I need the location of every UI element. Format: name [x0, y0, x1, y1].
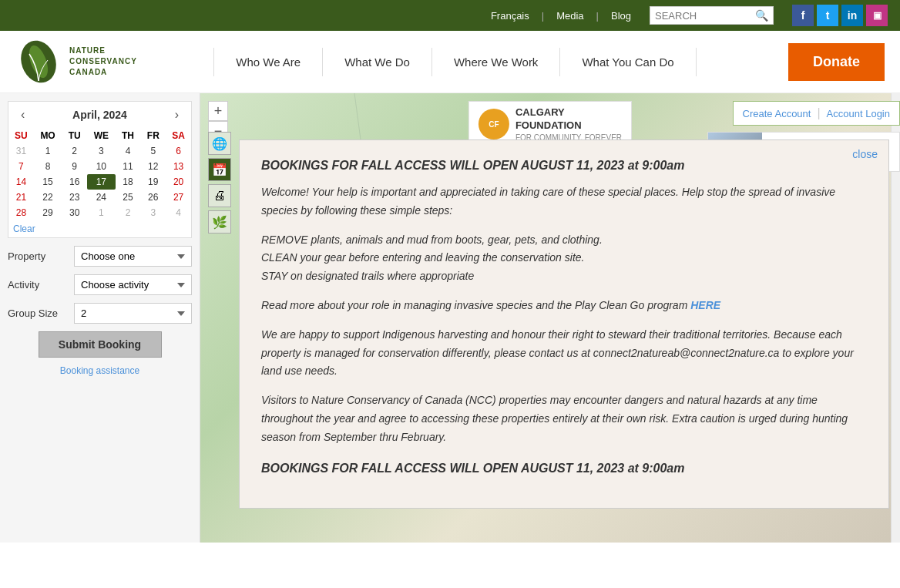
- search-input[interactable]: [655, 10, 755, 22]
- calendar-day[interactable]: 8: [34, 159, 62, 174]
- calendar-day[interactable]: 1: [34, 143, 62, 159]
- here-link[interactable]: HERE: [690, 299, 720, 311]
- calendar-day[interactable]: 2: [116, 205, 141, 220]
- calendar-day[interactable]: 19: [140, 174, 166, 190]
- nav: Who We Are What We Do Where We Work What…: [137, 48, 773, 76]
- calendar-day[interactable]: 4: [116, 143, 141, 159]
- popup-para-4: We are happy to support Indigenous harve…: [261, 326, 867, 381]
- popup-para-1: Welcome! Your help is important and appr…: [261, 183, 867, 220]
- calendar-day[interactable]: 27: [166, 190, 191, 205]
- nav-what-we-do[interactable]: What We Do: [323, 48, 432, 76]
- calendar-grid: SU MO TU WE TH FR SA 3112345678910111213…: [8, 128, 191, 220]
- cal-header-fr: FR: [140, 128, 166, 143]
- logo-area[interactable]: NATURE CONSERVANCY CANADA: [15, 39, 137, 85]
- social-icons: f t in ▣: [792, 5, 888, 26]
- cal-header-su: SU: [8, 128, 34, 143]
- calendar-day[interactable]: 21: [8, 190, 34, 205]
- calendar-day[interactable]: 24: [87, 190, 116, 205]
- prev-month-button[interactable]: ‹: [16, 106, 29, 123]
- groupsize-select[interactable]: 2: [74, 303, 192, 324]
- header: NATURE CONSERVANCY CANADA Who We Are Wha…: [0, 31, 900, 93]
- calendar-day[interactable]: 2: [62, 143, 87, 159]
- globe-icon-button[interactable]: 🌐: [208, 132, 231, 155]
- main-content: ‹ April, 2024 › SU MO TU WE TH FR SA: [0, 93, 900, 543]
- media-link[interactable]: Media: [556, 10, 583, 22]
- calendar-day[interactable]: 6: [166, 143, 191, 159]
- calendar-day[interactable]: 13: [166, 159, 191, 174]
- popup-close-button[interactable]: close: [852, 148, 878, 160]
- calendar-day[interactable]: 15: [34, 174, 62, 190]
- calendar-day[interactable]: 4: [166, 205, 191, 220]
- info-popup: close BOOKINGS FOR FALL ACCESS WILL OPEN…: [239, 139, 889, 509]
- activity-row: Activity Choose activity: [8, 274, 192, 295]
- instagram-icon[interactable]: ▣: [866, 5, 888, 26]
- calendar-day[interactable]: 20: [166, 174, 191, 190]
- calendar-day[interactable]: 30: [62, 205, 87, 220]
- logo-text: NATURE CONSERVANCY CANADA: [69, 45, 137, 78]
- calendar-day[interactable]: 17: [87, 174, 116, 190]
- calendar-day[interactable]: 11: [116, 159, 141, 174]
- linkedin-icon[interactable]: in: [841, 5, 863, 26]
- groupsize-row: Group Size 2: [8, 303, 192, 324]
- popup-heading-1: BOOKINGS FOR FALL ACCESS WILL OPEN AUGUS…: [261, 159, 867, 173]
- calendar-day[interactable]: 14: [8, 174, 34, 190]
- account-divider: |: [817, 106, 820, 120]
- property-label: Property: [8, 250, 69, 262]
- activity-label: Activity: [8, 279, 69, 291]
- calendar-day[interactable]: 23: [62, 190, 87, 205]
- calendar-clear[interactable]: Clear: [8, 220, 191, 237]
- divider2: |: [596, 10, 599, 22]
- search-icon[interactable]: 🔍: [755, 9, 768, 22]
- nav-who-we-are[interactable]: Who We Are: [213, 48, 323, 76]
- zoom-in-button[interactable]: +: [208, 101, 228, 121]
- cal-header-mo: MO: [34, 128, 62, 143]
- map-area: Property Kaml + − 🌐 📅 🖨 🌿 CF CALGARY FOU…: [200, 93, 900, 543]
- blog-link[interactable]: Blog: [611, 10, 631, 22]
- donate-button[interactable]: Donate: [788, 43, 885, 81]
- calendar-day[interactable]: 3: [140, 205, 166, 220]
- calendar-day[interactable]: 31: [8, 143, 34, 159]
- calendar-day[interactable]: 16: [62, 174, 87, 190]
- calendar-day[interactable]: 12: [140, 159, 166, 174]
- calendar-day[interactable]: 28: [8, 205, 34, 220]
- next-month-button[interactable]: ›: [170, 106, 183, 123]
- nature-icon-button[interactable]: 🌿: [208, 210, 231, 234]
- calgary-text: CALGARY FOUNDATION FOR COMMUNITY, FOREVE…: [515, 106, 622, 143]
- cal-header-we: WE: [87, 128, 116, 143]
- nav-where-we-work[interactable]: Where We Work: [432, 48, 560, 76]
- booking-assistance-link[interactable]: Booking assistance: [8, 362, 192, 379]
- property-select[interactable]: Choose one: [74, 246, 192, 267]
- calendar-icon-button[interactable]: 📅: [208, 158, 231, 181]
- calendar-day[interactable]: 25: [116, 190, 141, 205]
- calendar: ‹ April, 2024 › SU MO TU WE TH FR SA: [8, 101, 192, 238]
- activity-select[interactable]: Choose activity: [74, 274, 192, 295]
- calendar-day[interactable]: 3: [87, 143, 116, 159]
- calendar-title: April, 2024: [72, 109, 127, 121]
- calendar-day[interactable]: 7: [8, 159, 34, 174]
- account-login-link[interactable]: Account Login: [827, 108, 890, 119]
- twitter-icon[interactable]: t: [817, 5, 838, 26]
- search-container: 🔍: [650, 6, 774, 25]
- account-panel: Create Account | Account Login: [733, 101, 900, 126]
- cal-header-th: TH: [116, 128, 141, 143]
- top-bar: Français | Media | Blog 🔍 f t in ▣: [0, 0, 900, 31]
- print-icon-button[interactable]: 🖨: [208, 184, 231, 207]
- map-icon-buttons: 🌐 📅 🖨 🌿: [208, 132, 231, 234]
- calendar-day[interactable]: 26: [140, 190, 166, 205]
- calendar-day[interactable]: 1: [87, 205, 116, 220]
- calendar-header: ‹ April, 2024 ›: [8, 102, 191, 128]
- calendar-day[interactable]: 29: [34, 205, 62, 220]
- calendar-day[interactable]: 9: [62, 159, 87, 174]
- calendar-day[interactable]: 5: [140, 143, 166, 159]
- popup-para-2: REMOVE plants, animals and mud from boot…: [261, 231, 867, 286]
- submit-booking-button[interactable]: Submit Booking: [39, 331, 162, 358]
- francais-link[interactable]: Français: [491, 10, 529, 22]
- calendar-day[interactable]: 10: [87, 159, 116, 174]
- calendar-day[interactable]: 18: [116, 174, 141, 190]
- property-row: Property Choose one: [8, 246, 192, 267]
- facebook-icon[interactable]: f: [792, 5, 814, 26]
- cal-header-tu: TU: [62, 128, 87, 143]
- create-account-link[interactable]: Create Account: [743, 108, 811, 119]
- nav-what-you-can-do[interactable]: What You Can Do: [560, 48, 696, 76]
- calendar-day[interactable]: 22: [34, 190, 62, 205]
